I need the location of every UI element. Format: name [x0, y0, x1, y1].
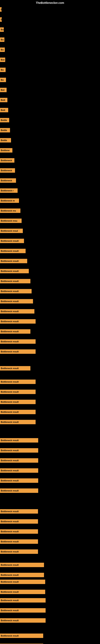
bar-item: Bottleneck	[0, 178, 16, 183]
bottleneck-bar: Bottleneck result	[0, 279, 30, 283]
bar-item: Bottleneck result	[0, 608, 46, 612]
bar-item: Bottleneck result	[0, 249, 26, 253]
site-title: TheBottlenecker.com	[36, 1, 64, 4]
bar-item: Bot	[0, 58, 5, 62]
bottleneck-bar: Bottleneck result	[0, 478, 38, 483]
bottleneck-bar: Bottleneck result	[0, 488, 38, 493]
bottleneck-bar: Bottleneck result	[0, 618, 46, 623]
bar-item: Bottleneck result	[0, 634, 43, 638]
bottleneck-bar: Bottleneck result	[0, 239, 24, 243]
bottleneck-bar: Bottleneck result	[0, 420, 36, 424]
bottleneck-bar: Bo	[0, 78, 6, 82]
bar-item: Bottlene	[0, 148, 12, 152]
bar-item: Bottleneck re	[0, 198, 19, 203]
bottleneck-bar: Bottleneck result	[0, 539, 38, 544]
bar-item: Bottleneck result	[0, 563, 44, 567]
bar-item: Bottleneck result	[0, 438, 38, 442]
bar-item: Bottleneck result	[0, 598, 46, 602]
bar-item: Bottleneck result	[0, 488, 38, 493]
bar-item: Bottleneck result	[0, 319, 36, 324]
bar-item: Bottleneck result	[0, 618, 46, 623]
bottleneck-bar: Bottleneck result	[0, 580, 45, 584]
bottleneck-bar: Bottleneck re	[0, 198, 19, 203]
bottleneck-bar: Bottleneck resu	[0, 218, 22, 223]
bottleneck-bar: Bottleneck result	[0, 438, 38, 442]
bottleneck-bar: Bottleneck result	[0, 299, 33, 304]
bar-item: Bottleneck result	[0, 550, 38, 554]
bottleneck-bar: Bottleneck result	[0, 598, 46, 602]
bottleneck-bar: Bottleneck result	[0, 319, 36, 324]
bottleneck-bar: Bottleneck result	[0, 529, 38, 534]
bottleneck-bar: B	[0, 17, 2, 22]
bar-item: Bottleneck result	[0, 539, 38, 544]
bar-item: Bottleneck resul	[0, 228, 23, 233]
bar-item: Bottleneck	[0, 158, 14, 162]
bottleneck-bar: Bottleneck result	[0, 410, 36, 414]
bar-item: Bo	[0, 38, 4, 42]
bar-item: Bottleneck result	[0, 309, 34, 314]
bottleneck-bar: Bottleneck result	[0, 590, 45, 594]
bottleneck-bar: Bot	[0, 88, 7, 92]
bar-item: Bottleneck result	[0, 410, 36, 414]
bottleneck-bar: Bottleneck r	[0, 188, 18, 193]
bar-item: Bottleneck result	[0, 279, 30, 283]
bottleneck-bar: Bottleneck result	[0, 468, 38, 473]
bar-item: Bottleneck result	[0, 329, 30, 334]
bar-item: Bottleneck result	[0, 299, 33, 304]
bottleneck-bar: Bottleneck result	[0, 458, 38, 463]
bottleneck-bar: Bottleneck result	[0, 448, 38, 452]
bar-item: Bottle	[0, 128, 10, 132]
bottleneck-bar: Bo	[0, 68, 6, 72]
bottleneck-bar: Bottleneck result	[0, 366, 30, 370]
bar-item: Bottleneck result	[0, 458, 38, 463]
bottleneck-bar: Bottleneck	[0, 158, 14, 162]
bottleneck-bar: Bottleneck result	[0, 249, 26, 253]
bottleneck-bar: Bottleneck	[0, 178, 16, 183]
bottleneck-bar: Bottleneck result	[0, 563, 44, 567]
bottleneck-bar: Bottle	[0, 128, 10, 132]
bottleneck-bar: Bottleneck result	[0, 329, 30, 334]
bottleneck-bar: Bott	[0, 108, 8, 112]
bar-item: Bottleneck result	[0, 239, 24, 243]
bar-item: Bottleneck result	[0, 509, 38, 514]
bar-item: B	[0, 7, 1, 12]
bar-item: Bot	[0, 88, 7, 92]
bar-item: Bottle	[0, 118, 9, 122]
bottleneck-bar: Bottleneck result	[0, 380, 36, 384]
bottleneck-bar: Bottleneck result	[0, 608, 46, 612]
bar-item: Bottleneck result	[0, 259, 27, 263]
bar-item: Bottleneck result	[0, 390, 36, 394]
bottleneck-bar: Bottleneck result	[0, 634, 43, 638]
bar-item: Bo	[0, 48, 5, 52]
bar-item: Bottleneck	[0, 168, 15, 173]
bar-item: Bottle	[0, 138, 11, 142]
bottleneck-bar: Bottleneck result	[0, 269, 29, 273]
bar-item: Bottleneck result	[0, 400, 36, 404]
bar-item: Bottleneck result	[0, 580, 45, 584]
bar-item: Bottleneck result	[0, 529, 38, 534]
bottleneck-bar: Bo	[0, 38, 4, 42]
bottleneck-bar: Bottleneck result	[0, 390, 36, 394]
bottleneck-bar: Bottleneck res	[0, 208, 20, 213]
bottleneck-bar: Bo	[0, 27, 4, 32]
bar-item: Bottleneck result	[0, 380, 36, 384]
bar-item: Bottleneck result	[0, 448, 38, 452]
bar-item: Bo	[0, 68, 6, 72]
bottleneck-bar: Bottleneck result	[0, 349, 36, 354]
bar-item: Bo	[0, 78, 6, 82]
bar-item: Bottleneck resu	[0, 218, 22, 223]
bottleneck-bar: Bott	[0, 98, 7, 102]
bottleneck-bar: Bo	[0, 48, 5, 52]
bottleneck-bar: Bottleneck resul	[0, 228, 23, 233]
bottleneck-bar: Bot	[0, 58, 5, 62]
bottleneck-bar: B	[0, 7, 1, 12]
bottleneck-bar: Bottlene	[0, 148, 12, 152]
bar-item: Bott	[0, 98, 7, 102]
bar-item: Bottleneck result	[0, 339, 36, 344]
bar-item: Bottleneck result	[0, 420, 36, 424]
bottleneck-bar: Bottleneck result	[0, 259, 27, 263]
bar-item: Bottleneck result	[0, 590, 45, 594]
bar-item: Bottleneck result	[0, 289, 32, 294]
bottleneck-bar: Bottle	[0, 118, 9, 122]
bottleneck-bar: Bottleneck result	[0, 519, 38, 524]
